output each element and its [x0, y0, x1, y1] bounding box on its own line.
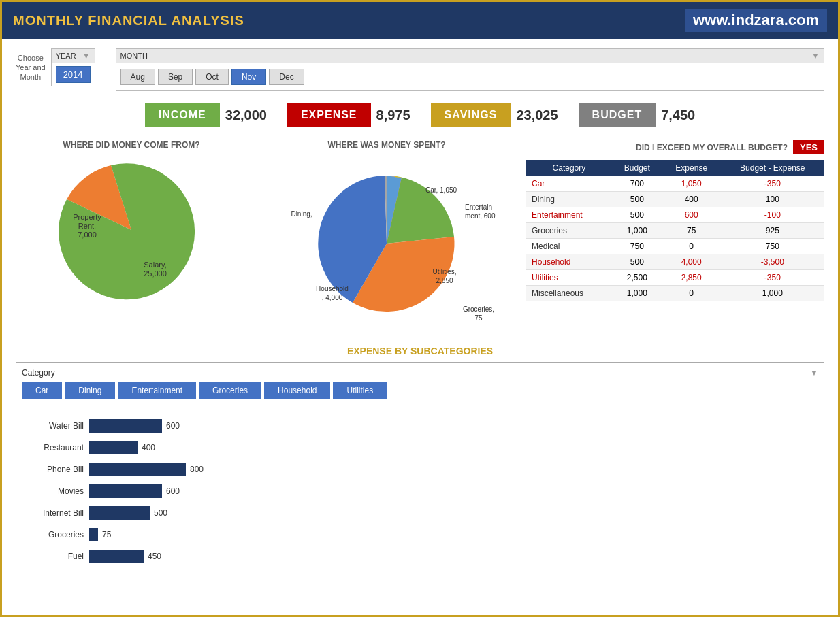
svg-text:Utilities,: Utilities,	[432, 268, 456, 276]
budget-section: DID I EXCEED MY OVERALL BUDGET? YES Cate…	[526, 140, 824, 332]
bar-value: 600	[166, 486, 180, 496]
col-diff: Budget - Expense	[721, 160, 824, 176]
svg-text:7,000: 7,000	[78, 231, 97, 239]
bar-label: Water Bill	[16, 421, 84, 431]
money-from-pie: Property Rent, 7,000 Salary, 25,000	[16, 155, 247, 305]
bar-label: Internet Bill	[16, 508, 84, 518]
row-budget: 1,000	[612, 223, 662, 239]
month-sep[interactable]: Sep	[158, 69, 193, 85]
page-title: MONTHLY FINANCIAL ANALYSIS	[13, 13, 244, 29]
budget-value: 7,450	[661, 107, 695, 123]
row-expense: 4,000	[662, 254, 721, 270]
svg-text:ment, 600: ment, 600	[465, 212, 496, 220]
row-category: Miscellaneous	[526, 286, 612, 301]
expense-value: 8,975	[376, 107, 410, 123]
row-budget: 500	[612, 207, 662, 223]
svg-text:75: 75	[474, 314, 483, 322]
bar-track: 75	[89, 528, 111, 541]
month-oct[interactable]: Oct	[195, 69, 229, 85]
row-category: Household	[526, 254, 612, 270]
category-button-car[interactable]: Car	[22, 382, 62, 399]
svg-text:Rent,: Rent,	[78, 222, 96, 230]
bar-fill	[89, 550, 144, 563]
year-container: YEAR ▼ 2014	[51, 48, 95, 86]
year-section: ChooseYear andMonth YEAR ▼ 2014	[16, 48, 95, 86]
year-dropdown-header[interactable]: YEAR ▼	[51, 48, 95, 63]
bar-label: Groceries	[16, 530, 84, 539]
bar-track: 800	[89, 463, 204, 476]
category-buttons: CarDiningEntertainmentGroceriesHousehold…	[22, 382, 818, 399]
month-section: MONTH ▼ Aug Sep Oct Nov Dec	[116, 48, 824, 91]
bar-value: 450	[148, 552, 161, 561]
row-diff: 1,000	[721, 286, 824, 301]
category-button-household[interactable]: Household	[264, 382, 330, 399]
col-budget: Budget	[612, 160, 662, 176]
money-spent-title: WHERE WAS MONEY SPENT?	[261, 140, 513, 150]
row-budget: 500	[612, 192, 662, 207]
year-filter-icon: ▼	[82, 51, 91, 61]
table-row: Car 700 1,050 -350	[526, 176, 824, 192]
svg-text:2,850: 2,850	[436, 277, 453, 284]
row-category: Entertainment	[526, 207, 612, 223]
category-button-utilities[interactable]: Utilities	[333, 382, 387, 399]
bar-track: 600	[89, 419, 180, 433]
table-row: Medical 750 0 750	[526, 239, 824, 254]
income-value: 32,000	[225, 107, 267, 123]
summary-bar: INCOME 32,000 EXPENSE 8,975 SAVINGS 23,0…	[2, 97, 838, 133]
category-button-groceries[interactable]: Groceries	[199, 382, 261, 399]
expense-summary: EXPENSE 8,975	[287, 103, 410, 127]
table-row: Groceries 1,000 75 925	[526, 223, 824, 239]
bar-value: 600	[166, 421, 180, 431]
month-dropdown-header[interactable]: MONTH ▼	[116, 48, 824, 63]
row-expense: 75	[662, 223, 721, 239]
money-spent-pie: Car, 1,050 Entertain ment, 600 Utilities…	[261, 155, 513, 332]
bar-item: Fuel 450	[16, 550, 824, 563]
category-header: Category ▼	[22, 368, 818, 378]
svg-text:Property: Property	[73, 213, 101, 221]
bar-label: Fuel	[16, 552, 84, 561]
bar-label: Movies	[16, 486, 84, 496]
row-diff: -350	[721, 176, 824, 192]
bar-value: 800	[190, 465, 204, 474]
row-diff: 750	[721, 239, 824, 254]
bar-fill	[89, 463, 186, 476]
row-diff: -100	[721, 207, 824, 223]
category-button-dining[interactable]: Dining	[65, 382, 115, 399]
bar-fill	[89, 441, 138, 454]
month-filter-icon: ▼	[811, 51, 820, 61]
row-diff: 100	[721, 192, 824, 207]
subcategory-filter-icon: ▼	[810, 368, 818, 378]
table-row: Entertainment 500 600 -100	[526, 207, 824, 223]
money-from-title: WHERE DID MONEY COME FROM?	[16, 140, 247, 150]
row-expense: 600	[662, 207, 721, 223]
row-diff: -3,500	[721, 254, 824, 270]
row-budget: 700	[612, 176, 662, 192]
month-nov[interactable]: Nov	[231, 69, 266, 85]
col-category: Category	[526, 160, 612, 176]
subcategory-filter: Category ▼ CarDiningEntertainmentGroceri…	[16, 362, 824, 405]
bar-item: Restaurant 400	[16, 441, 824, 454]
bar-item: Phone Bill 800	[16, 463, 824, 476]
row-expense: 0	[662, 286, 721, 301]
col-expense: Expense	[662, 160, 721, 176]
svg-text:25,000: 25,000	[144, 269, 167, 278]
row-expense: 2,850	[662, 270, 721, 286]
table-row: Utilities 2,500 2,850 -350	[526, 270, 824, 286]
subcategories-section: EXPENSE BY SUBCATEGORIES Category ▼ CarD…	[2, 339, 838, 412]
month-dec[interactable]: Dec	[269, 69, 304, 85]
table-row: Dining 500 400 100	[526, 192, 824, 207]
year-value[interactable]: 2014	[56, 66, 91, 83]
svg-text:Salary,: Salary,	[144, 261, 166, 269]
money-spent-section: WHERE WAS MONEY SPENT?	[261, 140, 513, 332]
budget-summary: BUDGET 7,450	[579, 103, 696, 127]
row-expense: 0	[662, 239, 721, 254]
category-button-entertainment[interactable]: Entertainment	[118, 382, 196, 399]
bar-track: 600	[89, 484, 180, 498]
bar-track: 450	[89, 550, 161, 563]
month-buttons: Aug Sep Oct Nov Dec	[120, 66, 820, 88]
table-row: Miscellaneous 1,000 0 1,000	[526, 286, 824, 301]
bar-chart-section: Water Bill 600 Restaurant 400 Phone Bill…	[2, 412, 838, 585]
month-aug[interactable]: Aug	[120, 69, 155, 85]
row-budget: 2,500	[612, 270, 662, 286]
bar-fill	[89, 506, 150, 520]
